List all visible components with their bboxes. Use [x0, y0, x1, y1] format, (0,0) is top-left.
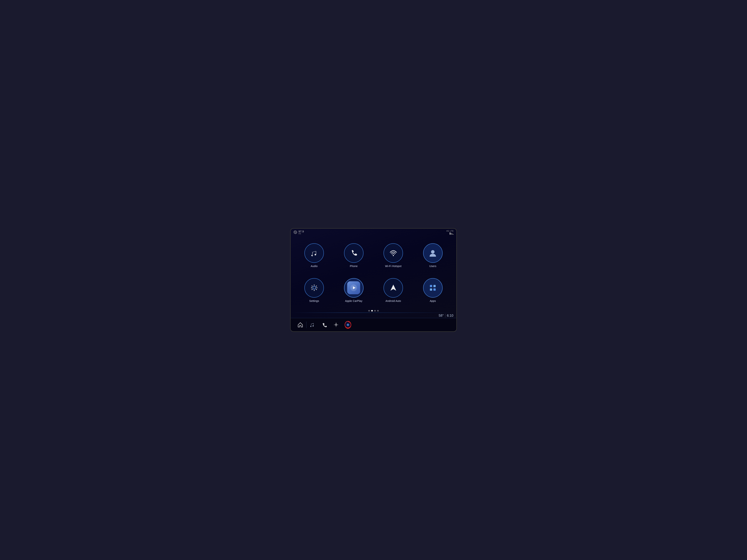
nav-navigation[interactable]	[330, 318, 342, 331]
wifi-icon	[388, 248, 398, 258]
svg-rect-9	[430, 285, 432, 287]
app-audio[interactable]: Audio	[296, 239, 332, 272]
android-auto-icon	[388, 283, 398, 293]
main-content: Audio Phone	[291, 235, 456, 313]
app-android-auto[interactable]: Android Auto	[375, 274, 411, 307]
settings-icon-circle	[304, 278, 324, 298]
svg-rect-12	[434, 289, 436, 291]
page-dot-1[interactable]	[371, 310, 373, 312]
android-auto-icon-circle	[384, 278, 403, 298]
svg-point-3	[393, 255, 394, 256]
car-infotainment-screen: 97.9 FM 4G LTE Audio	[290, 228, 457, 332]
android-auto-label: Android Auto	[386, 299, 401, 302]
music-note-icon	[309, 248, 319, 258]
nav-home[interactable]	[294, 318, 306, 331]
apps-grid: Audio Phone	[296, 237, 451, 309]
person-icon	[428, 248, 438, 258]
nav-phone[interactable]	[318, 318, 330, 331]
signal-bar-2	[451, 233, 452, 235]
page-dot-2[interactable]	[374, 310, 376, 312]
phone-icon-circle	[344, 243, 363, 263]
signal-bar-1	[449, 233, 450, 235]
app-settings[interactable]: Settings	[296, 274, 332, 307]
phone-label: Phone	[350, 265, 358, 268]
app-wifi[interactable]: Wi-Fi Hotspot	[375, 239, 411, 272]
status-bar: 97.9 FM 4G LTE	[291, 229, 456, 235]
network-type: 4G LTE	[446, 230, 454, 232]
signal-bar-4	[453, 234, 454, 235]
home-icon	[298, 322, 303, 328]
carplay-icon-circle	[344, 278, 363, 298]
settings-label: Settings	[309, 299, 319, 302]
app-phone[interactable]: Phone	[336, 239, 372, 272]
app-apps[interactable]: Apps	[415, 274, 451, 307]
carplay-icon	[347, 281, 360, 294]
temperature-display: 58°	[439, 314, 444, 318]
wifi-icon-circle	[384, 243, 403, 263]
svg-point-4	[431, 250, 435, 254]
compass-icon	[333, 322, 339, 328]
page-dot-0[interactable]	[368, 310, 370, 312]
nav-phone-icon	[321, 322, 327, 328]
nav-music[interactable]	[306, 318, 318, 331]
svg-rect-10	[434, 285, 436, 287]
bottom-nav	[291, 318, 456, 331]
svg-rect-11	[430, 289, 432, 291]
climate-icon	[345, 322, 351, 328]
status-divider	[445, 314, 445, 317]
svg-point-2	[295, 232, 296, 233]
users-label: Users	[429, 265, 436, 268]
nav-climate[interactable]	[342, 318, 354, 331]
apps-label: Apps	[430, 299, 436, 302]
svg-point-14	[336, 324, 337, 325]
nav-music-icon	[309, 322, 315, 328]
time-display: 6:10	[447, 314, 453, 318]
svg-point-6	[313, 286, 316, 289]
page-dots	[296, 309, 451, 313]
radio-frequency: 97.9	[299, 230, 304, 233]
wifi-label: Wi-Fi Hotspot	[385, 265, 402, 268]
apps-icon-circle	[423, 278, 443, 298]
radio-info: 97.9 FM	[293, 230, 304, 235]
gear-icon	[309, 283, 319, 293]
play-icon	[350, 284, 357, 292]
audio-icon-circle	[304, 243, 324, 263]
radio-band: FM	[299, 233, 304, 235]
audio-label: Audio	[311, 265, 317, 268]
radio-icon	[293, 230, 298, 234]
bottom-status: 58° 6:10	[291, 313, 456, 318]
app-carplay[interactable]: Apple CarPlay	[336, 274, 372, 307]
signal-bars	[449, 233, 454, 235]
signal-bar-3	[452, 234, 453, 235]
svg-rect-13	[300, 326, 301, 327]
phone-icon	[349, 248, 359, 258]
carplay-label: Apple CarPlay	[345, 299, 362, 302]
page-dot-3[interactable]	[377, 310, 379, 312]
grid-icon	[428, 283, 438, 293]
users-icon-circle	[423, 243, 443, 263]
app-users[interactable]: Users	[415, 239, 451, 272]
